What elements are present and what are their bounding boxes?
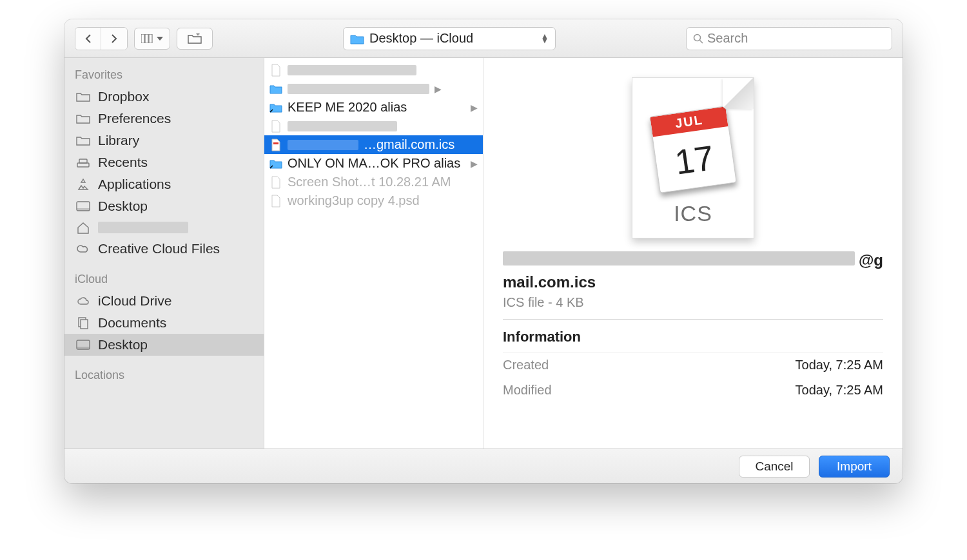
sidebar-header-icloud: iCloud: [64, 270, 264, 290]
toolbar: Desktop — iCloud ▲▼ Search: [64, 19, 903, 58]
modified-value: Today, 7:25 AM: [796, 383, 883, 398]
svg-rect-7: [77, 163, 89, 167]
popup-arrows-icon: ▲▼: [541, 34, 549, 43]
file-extension-badge: ICS: [674, 201, 712, 226]
folder-icon: [75, 90, 92, 104]
file-row[interactable]: [264, 117, 483, 135]
file-row[interactable]: Screen Shot…t 10.28.21 AM: [264, 173, 483, 191]
document-icon: [269, 64, 282, 77]
preview-thumbnail: JUL 17 ICS: [503, 71, 883, 251]
cancel-button[interactable]: Cancel: [739, 456, 810, 478]
sidebar-item-documents[interactable]: Documents: [64, 312, 264, 334]
sidebar-header-favorites: Favorites: [64, 66, 264, 86]
chevron-right-icon: ▶: [471, 159, 478, 169]
chevron-right-icon: ▶: [471, 102, 478, 113]
desktop-icon: [75, 338, 92, 352]
recents-icon: [75, 155, 92, 169]
ics-file-icon: [269, 139, 282, 151]
sidebar-item-creative-cloud[interactable]: Creative Cloud Files: [64, 238, 264, 260]
preview-info-header: Information: [503, 320, 883, 352]
preview-created-row: Created Today, 7:25 AM: [503, 352, 883, 378]
file-row-selected[interactable]: …gmail.com.ics: [264, 135, 483, 154]
redacted-text: [288, 84, 429, 94]
file-row[interactable]: ONLY ON MA…OK PRO alias▶: [264, 154, 483, 173]
documents-icon: [75, 316, 92, 330]
sidebar-item-preferences[interactable]: Preferences: [64, 108, 264, 130]
new-folder-button[interactable]: [177, 28, 213, 50]
svg-rect-8: [79, 159, 87, 163]
file-list: ▶ KEEP ME 2020 alias▶ …gmail.com.ics ONL…: [264, 58, 484, 449]
sidebar-item-recents[interactable]: Recents: [64, 151, 264, 173]
view-mode-button[interactable]: [134, 28, 170, 50]
sidebar-item-home[interactable]: [64, 217, 264, 238]
svg-rect-14: [77, 347, 90, 349]
preview-pane: JUL 17 ICS @g mail.com.ics ICS file - 4 …: [484, 58, 903, 449]
redacted-text: [98, 222, 188, 233]
preview-modified-row: Modified Today, 7:25 AM: [503, 378, 883, 403]
back-button[interactable]: [75, 28, 101, 50]
preview-file-meta: ICS file - 4 KB: [503, 295, 883, 320]
svg-rect-0: [141, 34, 144, 43]
preview-filename-line2: mail.com.ics: [503, 273, 883, 291]
sidebar-item-icloud-drive[interactable]: iCloud Drive: [64, 290, 264, 312]
svg-rect-10: [77, 208, 90, 211]
document-icon: [269, 176, 282, 189]
folder-icon: [75, 133, 92, 148]
file-row[interactable]: [264, 61, 483, 79]
search-placeholder: Search: [707, 31, 748, 46]
redacted-text: [503, 251, 855, 266]
home-icon: [75, 220, 92, 235]
chevron-right-icon: ▶: [435, 84, 442, 94]
forward-button[interactable]: [101, 28, 127, 50]
sidebar-item-desktop-icloud[interactable]: Desktop: [64, 334, 264, 356]
svg-line-6: [700, 40, 703, 43]
document-icon: [269, 120, 282, 133]
redacted-text: [288, 121, 397, 131]
modified-label: Modified: [503, 383, 552, 398]
calendar-day: 17: [653, 126, 736, 193]
created-value: Today, 7:25 AM: [796, 358, 883, 372]
sidebar-item-library[interactable]: Library: [64, 130, 264, 151]
folder-icon: [350, 33, 364, 44]
preview-filename: @g: [503, 251, 883, 273]
creative-cloud-icon: [75, 242, 92, 256]
folder-alias-icon: [269, 157, 282, 170]
search-field[interactable]: Search: [686, 27, 892, 50]
sidebar-item-dropbox[interactable]: Dropbox: [64, 86, 264, 108]
file-row[interactable]: working3up copy 4.psd: [264, 191, 483, 210]
applications-icon: [75, 177, 92, 191]
desktop-icon: [75, 199, 92, 213]
document-icon: [269, 195, 282, 208]
cloud-icon: [75, 294, 92, 308]
svg-rect-15: [273, 142, 278, 144]
location-label: Desktop — iCloud: [369, 31, 536, 46]
dialog-body: Favorites Dropbox Preferences Library Re…: [64, 58, 903, 449]
import-button[interactable]: Import: [819, 456, 890, 478]
redacted-text: [288, 65, 416, 75]
calendar-icon: JUL 17: [649, 106, 737, 193]
sidebar-item-applications[interactable]: Applications: [64, 173, 264, 195]
file-row[interactable]: KEEP ME 2020 alias▶: [264, 98, 483, 117]
folder-icon: [269, 82, 282, 95]
import-file-dialog: Desktop — iCloud ▲▼ Search Favorites Dro…: [64, 19, 903, 483]
redacted-text: [288, 140, 358, 150]
sidebar-item-desktop[interactable]: Desktop: [64, 195, 264, 217]
svg-rect-1: [145, 34, 148, 43]
svg-point-5: [694, 34, 701, 41]
created-label: Created: [503, 358, 549, 372]
folder-icon: [75, 111, 92, 126]
sidebar-header-locations: Locations: [64, 366, 264, 386]
file-row[interactable]: ▶: [264, 79, 483, 98]
dialog-footer: Cancel Import: [64, 449, 903, 483]
location-popup[interactable]: Desktop — iCloud ▲▼: [343, 27, 556, 50]
folder-alias-icon: [269, 101, 282, 114]
svg-rect-12: [81, 320, 88, 329]
search-icon: [693, 34, 703, 44]
nav-back-forward-group: [75, 27, 128, 50]
sidebar: Favorites Dropbox Preferences Library Re…: [64, 58, 264, 449]
svg-rect-2: [149, 34, 152, 43]
ics-document-icon: JUL 17 ICS: [632, 77, 754, 238]
